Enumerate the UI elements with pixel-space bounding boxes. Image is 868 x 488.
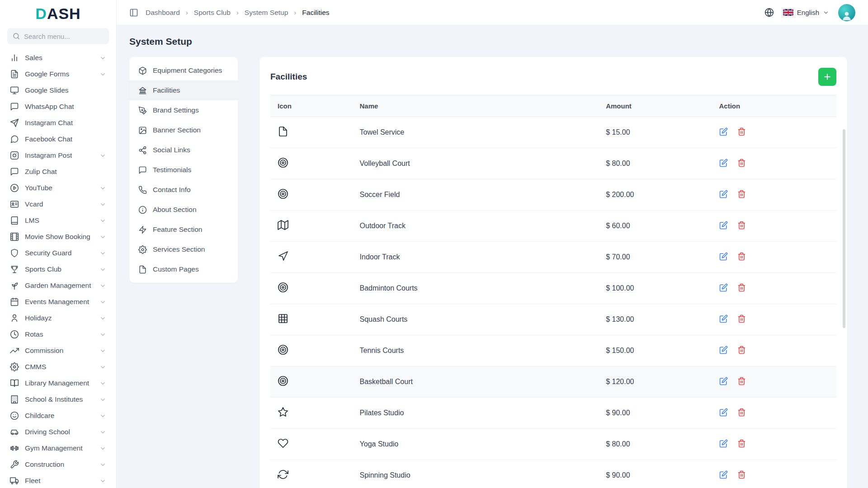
- sidebar-item[interactable]: Events Management: [6, 294, 110, 310]
- trash-icon[interactable]: [737, 439, 746, 448]
- sidebar-item[interactable]: YouTube: [6, 180, 110, 196]
- facility-amount: $ 60.00: [599, 211, 712, 242]
- breadcrumb-item[interactable]: System Setup: [245, 9, 288, 17]
- box-icon: [138, 66, 147, 75]
- edit-icon[interactable]: [719, 221, 728, 230]
- breadcrumb-segment: Dashboard: [146, 9, 194, 17]
- setup-menu-item[interactable]: About Section: [129, 200, 238, 220]
- edit-icon[interactable]: [719, 346, 728, 354]
- trash-icon[interactable]: [737, 283, 746, 292]
- sidebar-item[interactable]: Sports Club: [6, 261, 110, 277]
- chevron-down-icon: [99, 217, 106, 224]
- sidebar-item[interactable]: Driving School: [6, 424, 110, 440]
- table-row[interactable]: Badminton Courts $ 100.00: [270, 273, 836, 304]
- sidebar-item[interactable]: Sales: [6, 50, 110, 66]
- setup-menu-item[interactable]: Facilities: [129, 80, 238, 100]
- setup-menu-item[interactable]: Brand Settings: [129, 100, 238, 120]
- edit-icon[interactable]: [719, 127, 728, 136]
- table-row[interactable]: Volleyball Court $ 80.00: [270, 148, 836, 179]
- sidebar-item[interactable]: Google Slides: [6, 82, 110, 99]
- sidebar-item[interactable]: Instagram Chat: [6, 115, 110, 131]
- trash-icon[interactable]: [737, 159, 746, 167]
- sidebar-item-label: Garden Management: [25, 282, 91, 290]
- app: DASH Sales Google Forms: [0, 0, 868, 488]
- setup-menu-item[interactable]: Services Section: [129, 239, 238, 259]
- edit-icon[interactable]: [719, 439, 728, 448]
- trash-icon[interactable]: [737, 377, 746, 385]
- scrollbar-thumb[interactable]: [843, 129, 845, 328]
- sidebar-item[interactable]: Construction: [6, 456, 110, 473]
- table-row[interactable]: Spinning Studio $ 90.00: [270, 460, 836, 488]
- table-row[interactable]: Outdoor Track $ 60.00: [270, 211, 836, 242]
- setup-menu-item-label: About Section: [153, 206, 197, 214]
- sidebar-item[interactable]: Vcard: [6, 196, 110, 212]
- sidebar-item-label: School & Institutes: [25, 395, 83, 404]
- sidebar-item[interactable]: Facebook Chat: [6, 131, 110, 147]
- breadcrumb-item[interactable]: Sports Club: [194, 9, 231, 17]
- trash-icon[interactable]: [737, 127, 746, 136]
- sidebar-item[interactable]: Garden Management: [6, 277, 110, 294]
- language-selector[interactable]: English: [783, 9, 829, 16]
- edit-icon[interactable]: [719, 408, 728, 417]
- setup-menu-item[interactable]: Custom Pages: [129, 259, 238, 279]
- setup-menu-item[interactable]: Social Links: [129, 140, 238, 160]
- table-row[interactable]: Squash Courts $ 130.00: [270, 304, 836, 335]
- breadcrumb-item[interactable]: Dashboard: [146, 9, 180, 17]
- sidebar-toggle-icon[interactable]: [129, 8, 138, 17]
- sidebar-item[interactable]: Google Forms: [6, 66, 110, 82]
- trash-icon[interactable]: [737, 190, 746, 198]
- sidebar-item-label: Movie Show Booking: [25, 233, 90, 241]
- plus-icon: [823, 72, 832, 81]
- table-row[interactable]: Basketball Court $ 120.00: [270, 366, 836, 398]
- breadcrumb-item[interactable]: Facilities: [302, 9, 329, 17]
- facility-name: Towel Service: [353, 117, 599, 148]
- table-row[interactable]: Soccer Field $ 200.00: [270, 179, 836, 211]
- trash-icon[interactable]: [737, 221, 746, 230]
- edit-icon[interactable]: [719, 190, 728, 198]
- table-row[interactable]: Tennis Courts $ 150.00: [270, 335, 836, 366]
- target-icon: [278, 344, 288, 355]
- sidebar-item[interactable]: Zulip Chat: [6, 164, 110, 180]
- sidebar-item[interactable]: Gym Management: [6, 440, 110, 456]
- edit-icon[interactable]: [719, 283, 728, 292]
- brand-logo[interactable]: DASH: [6, 5, 110, 22]
- trash-icon[interactable]: [737, 314, 746, 323]
- sidebar-item[interactable]: Childcare: [6, 408, 110, 424]
- sidebar-item[interactable]: Instagram Post: [6, 147, 110, 164]
- add-facility-button[interactable]: [818, 68, 836, 86]
- sidebar-item[interactable]: Rotas: [6, 326, 110, 343]
- table-row[interactable]: Towel Service $ 15.00: [270, 117, 836, 148]
- table-row[interactable]: Pilates Studio $ 90.00: [270, 398, 836, 429]
- trash-icon[interactable]: [737, 470, 746, 479]
- sidebar-item[interactable]: WhatsApp Chat: [6, 99, 110, 115]
- edit-icon[interactable]: [719, 470, 728, 479]
- sidebar-item[interactable]: Commission: [6, 343, 110, 359]
- map-icon: [278, 220, 288, 230]
- setup-menu-item[interactable]: Testimonials: [129, 160, 238, 180]
- sidebar-item[interactable]: CMMS: [6, 359, 110, 375]
- sidebar-item[interactable]: Library Management: [6, 375, 110, 391]
- sidebar-item[interactable]: Fleet: [6, 473, 110, 488]
- table-row[interactable]: Indoor Track $ 70.00: [270, 242, 836, 273]
- edit-icon[interactable]: [719, 252, 728, 261]
- sidebar-item[interactable]: Security Guard: [6, 245, 110, 261]
- table-row[interactable]: Yoga Studio $ 80.00: [270, 429, 836, 460]
- trash-icon[interactable]: [737, 346, 746, 354]
- sidebar-item[interactable]: Holidayz: [6, 310, 110, 326]
- sidebar-item-label: Sales: [25, 54, 42, 62]
- trash-icon[interactable]: [737, 408, 746, 417]
- sidebar-item[interactable]: LMS: [6, 212, 110, 229]
- setup-menu-item[interactable]: Contact Info: [129, 180, 238, 200]
- setup-menu-item[interactable]: Banner Section: [129, 120, 238, 140]
- sidebar-item[interactable]: School & Institutes: [6, 391, 110, 408]
- edit-icon[interactable]: [719, 314, 728, 323]
- edit-icon[interactable]: [719, 377, 728, 385]
- setup-menu-item[interactable]: Equipment Categories: [129, 61, 238, 80]
- trash-icon[interactable]: [737, 252, 746, 261]
- setup-menu-item[interactable]: Feature Section: [129, 220, 238, 239]
- globe-icon[interactable]: [764, 8, 774, 17]
- edit-icon[interactable]: [719, 159, 728, 167]
- avatar[interactable]: [838, 4, 855, 21]
- search-input[interactable]: [24, 33, 104, 40]
- sidebar-item[interactable]: Movie Show Booking: [6, 229, 110, 245]
